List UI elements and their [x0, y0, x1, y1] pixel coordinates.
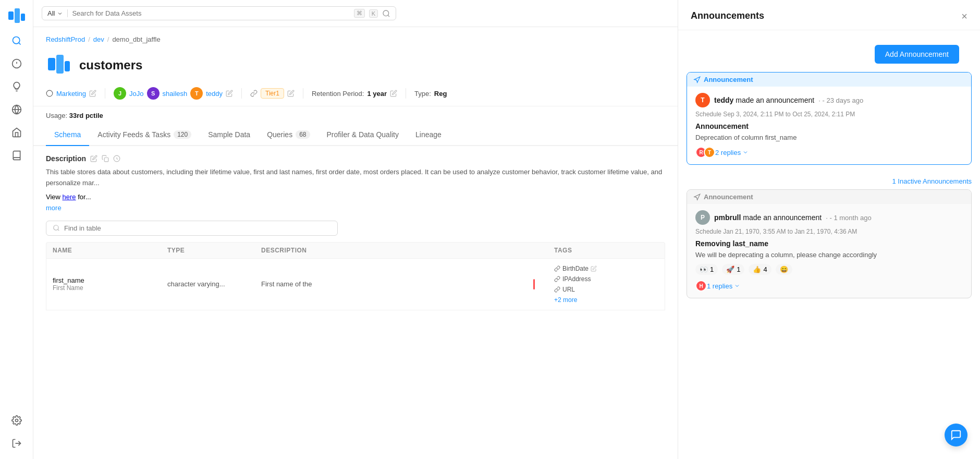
- breadcrumb-item-2[interactable]: dev: [93, 35, 104, 43]
- tier-item: Tier1: [250, 88, 295, 99]
- tag-birthdate-edit-icon[interactable]: [591, 265, 597, 272]
- description-more-link[interactable]: more: [46, 204, 62, 212]
- type-item: Type: Reg: [414, 90, 447, 98]
- table-icon: [46, 52, 71, 79]
- retention-edit-icon[interactable]: [390, 90, 397, 97]
- sidebar-item-bulb[interactable]: [7, 77, 26, 96]
- sidebar-item-globe[interactable]: [7, 100, 26, 119]
- kbd-hint-cmd: ⌘: [354, 9, 365, 18]
- reply-avatar-t: T: [704, 147, 715, 158]
- col-label: First Name: [53, 284, 167, 292]
- sidebar-item-bank[interactable]: [7, 123, 26, 142]
- announcement-megaphone-icon: [693, 76, 701, 83]
- sidebar-item-analytics[interactable]: [7, 54, 26, 73]
- tab-sample[interactable]: Sample Data: [200, 124, 259, 146]
- inactive-replies-link[interactable]: 1 replies: [707, 282, 740, 290]
- col-header-type: TYPE: [167, 247, 261, 254]
- description-edit-icon[interactable]: [90, 155, 97, 162]
- search-input[interactable]: [72, 9, 349, 17]
- active-announcement-avatar: T: [695, 93, 710, 107]
- type-label: Type:: [414, 90, 431, 98]
- tab-activity[interactable]: Activity Feeds & Tasks 120: [89, 124, 200, 146]
- owner-name-2: shailesh: [163, 90, 188, 98]
- reaction-rocket-emoji: 🚀: [726, 265, 734, 273]
- description-here-link[interactable]: here: [63, 193, 76, 201]
- sidebar-item-book[interactable]: [7, 146, 26, 165]
- active-reply-avatars: R T: [695, 147, 712, 158]
- avatar-shailesh[interactable]: S: [147, 87, 160, 100]
- reaction-thumbsup-emoji: 👍: [753, 265, 761, 273]
- tag-link-icon-3: [554, 286, 560, 293]
- table-search-input[interactable]: [64, 224, 331, 232]
- tab-schema-label: Schema: [54, 130, 81, 139]
- reaction-eyes-count: 1: [710, 265, 714, 273]
- active-announcement-schedule: Schedule Sep 3, 2024, 2:11 PM to Oct 25,…: [695, 111, 963, 118]
- meta-divider-1: [105, 88, 105, 99]
- sidebar-logo[interactable]: [7, 6, 26, 27]
- inactive-announcements-label[interactable]: 1 Inactive Announcements: [678, 173, 980, 189]
- tag-birthdate[interactable]: BirthDate: [554, 265, 658, 272]
- tag-more[interactable]: +2 more: [554, 296, 658, 304]
- domain-item: Marketing: [46, 90, 96, 98]
- inactive-announcement-card: Announcement P pmbrull made an announcem…: [687, 189, 972, 298]
- tab-schema[interactable]: Schema: [46, 124, 89, 146]
- active-announcement-card: Announcement T teddy made an announcemen…: [687, 72, 972, 165]
- svg-point-20: [54, 225, 58, 230]
- chatbot-button[interactable]: [945, 424, 967, 446]
- reaction-eyes-emoji: 👀: [700, 265, 708, 273]
- inactive-announcement-tag: Announcement: [687, 190, 971, 204]
- reaction-rocket[interactable]: 🚀 1: [722, 264, 744, 275]
- reaction-smile[interactable]: 😄: [776, 264, 792, 275]
- tab-lineage[interactable]: Lineage: [407, 124, 450, 146]
- col-name-cell: first_name First Name: [53, 276, 167, 292]
- breadcrumb-item-1[interactable]: RedshiftProd: [46, 35, 85, 43]
- search-dropdown[interactable]: All: [47, 9, 68, 17]
- table-header: customers: [33, 47, 678, 87]
- avatar-teddy[interactable]: T: [190, 87, 203, 100]
- search-container: All ⌘ K: [42, 6, 396, 20]
- description-ai-icon[interactable]: [113, 155, 120, 162]
- sidebar-item-logout[interactable]: [7, 434, 26, 453]
- domain-link[interactable]: Marketing: [56, 90, 86, 98]
- domain-icon: [46, 90, 53, 97]
- reaction-eyes[interactable]: 👀 1: [695, 264, 718, 275]
- sidebar-item-search[interactable]: [7, 31, 26, 50]
- tier-edit-icon[interactable]: [287, 90, 295, 97]
- usage-value: 33rd pctile: [69, 112, 103, 119]
- inactive-replies-row: H 1 replies: [695, 280, 963, 292]
- col-type: character varying...: [167, 280, 261, 288]
- inactive-announcement-meta: P pmbrull made an announcement · - 1 mon…: [695, 210, 963, 225]
- owner-name-1: JoJo: [129, 90, 143, 98]
- table-search-container: [46, 221, 338, 236]
- tag-url[interactable]: URL: [554, 286, 658, 293]
- domain-edit-icon[interactable]: [89, 90, 96, 97]
- sidebar-item-settings[interactable]: [7, 411, 26, 430]
- owner-edit-icon[interactable]: [226, 90, 233, 97]
- tab-queries[interactable]: Queries 68: [259, 124, 318, 146]
- inactive-replies-chevron-icon: [734, 283, 740, 289]
- add-announcement-button[interactable]: Add Announcement: [875, 45, 959, 64]
- svg-rect-0: [8, 11, 14, 20]
- avatar-jojo[interactable]: J: [114, 87, 126, 100]
- active-announcement-content: Deprecation of column first_name: [695, 134, 963, 141]
- active-announcement-meta: T teddy made an announcement · - 23 days…: [695, 93, 963, 107]
- breadcrumb-sep-2: /: [107, 35, 109, 43]
- tab-lineage-label: Lineage: [415, 130, 442, 139]
- inactive-announcement-title: Removing last_name: [695, 239, 963, 248]
- inactive-announcement-content: We will be deprecating a column, please …: [695, 251, 963, 259]
- description-more: more: [46, 203, 665, 212]
- description-title-text: Description: [46, 154, 86, 163]
- active-replies-link[interactable]: 2 replies: [715, 149, 749, 156]
- search-dropdown-label: All: [47, 9, 55, 17]
- reaction-thumbsup-count: 4: [763, 265, 767, 273]
- tab-profiler[interactable]: Profiler & Data Quality: [318, 124, 408, 146]
- table-row: first_name First Name character varying.…: [46, 259, 665, 310]
- close-button[interactable]: ×: [961, 11, 967, 21]
- tier-tag[interactable]: Tier1: [261, 88, 284, 99]
- col-tags-cell: BirthDate IPAddress URL +2 more: [554, 265, 658, 304]
- usage-text: Usage: 33rd pctile: [46, 112, 103, 119]
- tag-ipaddress[interactable]: IPAddress: [554, 275, 658, 283]
- description-view-here: View here for...: [46, 193, 665, 201]
- description-copy-icon[interactable]: [102, 155, 109, 162]
- reaction-thumbsup[interactable]: 👍 4: [749, 264, 771, 275]
